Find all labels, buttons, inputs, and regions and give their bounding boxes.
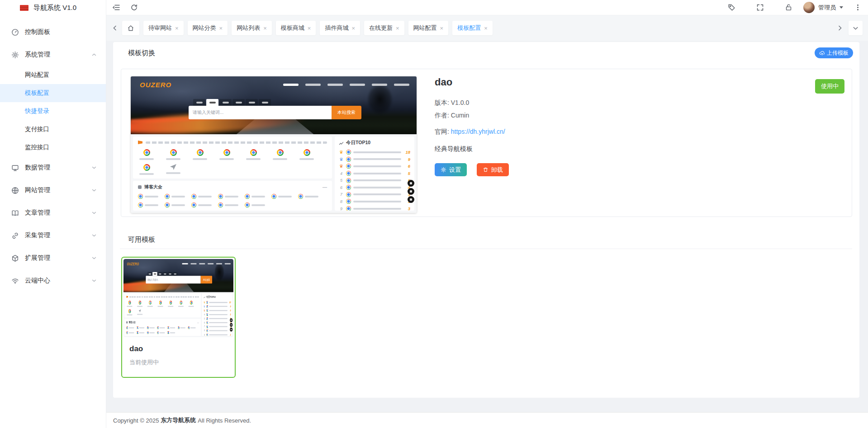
gear-icon	[11, 51, 19, 59]
preview-top10-row: 64	[339, 184, 410, 191]
tab-online-update[interactable]: 在线更新×	[364, 21, 404, 35]
chevron-down-icon	[853, 25, 859, 31]
chevron-down-icon	[91, 233, 97, 238]
current-template-card: OUZERO 请输入关键词... 本站搜索	[121, 69, 852, 217]
uninstall-button[interactable]: 卸载	[477, 163, 509, 176]
preview-blog-item	[165, 202, 185, 207]
rank-label: 5	[339, 178, 344, 183]
close-icon[interactable]: ×	[440, 25, 444, 31]
chrome-icon	[277, 149, 284, 156]
chrome-icon	[218, 202, 223, 207]
sidebar-item-dashboard[interactable]: 控制面板	[0, 21, 106, 43]
chrome-icon	[346, 164, 351, 169]
rank-label: 1	[339, 150, 344, 155]
preview-search-tabs	[193, 99, 361, 106]
sidebar-item-cloud[interactable]: 云端中心	[0, 269, 106, 292]
close-icon[interactable]: ×	[263, 25, 267, 31]
tab-label: 待审网站	[148, 24, 172, 32]
chrome-icon	[143, 164, 150, 171]
refresh-icon[interactable]	[130, 4, 138, 11]
sidebar-subitem-site-config[interactable]: 网站配置	[0, 66, 106, 84]
sidebar-item-website[interactable]: 网站管理	[0, 179, 106, 202]
visit-count: 6	[403, 164, 410, 169]
sidebar-item-system[interactable]: 系统管理	[0, 43, 106, 66]
close-icon[interactable]: ×	[219, 25, 223, 31]
sidebar-subitem-quick-login[interactable]: 快捷登录	[0, 102, 106, 120]
sidebar-item-extension[interactable]: 扩展管理	[0, 247, 106, 269]
tabs-more-button[interactable]	[849, 21, 863, 35]
sidebar-subitem-monitor-api[interactable]: 监控接口	[0, 138, 106, 156]
chrome-icon	[346, 192, 351, 197]
gauge-icon	[11, 28, 19, 36]
preview-top10-title: 今日TOP10	[206, 295, 216, 299]
preview-top10-panel: 今日TOP10 1182936455564738393	[335, 136, 414, 211]
tab-label: 网站配置	[413, 24, 437, 32]
lock-icon[interactable]	[785, 4, 792, 11]
rank-label: 4	[339, 171, 344, 176]
template-name: dao	[435, 76, 742, 88]
tabs-scroll-left-icon[interactable]	[112, 25, 118, 31]
preview-blog-items	[138, 190, 327, 207]
tab-label: 模板配置	[457, 24, 481, 32]
preview-top10-row: 93	[339, 205, 410, 211]
close-icon[interactable]: ×	[175, 25, 179, 31]
kebab-menu-icon[interactable]	[854, 4, 862, 11]
cloud-upload-icon	[819, 50, 825, 56]
in-use-badge[interactable]: 使用中	[815, 79, 844, 94]
tab-template-config[interactable]: 模板配置×	[452, 21, 493, 35]
tabs-scroll-right-icon[interactable]	[837, 25, 843, 31]
tab-site-categories[interactable]: 网站分类×	[188, 21, 228, 35]
sidebar-item-collect[interactable]: 采集管理	[0, 224, 106, 247]
close-icon[interactable]: ×	[396, 25, 399, 31]
chrome-icon	[165, 194, 170, 199]
sidebar-item-label: 云端中心	[25, 277, 50, 285]
tab-template-store[interactable]: 模板商城×	[276, 21, 316, 35]
template-site: 官网: https://dh.yhrjwl.cn/	[435, 128, 742, 136]
sidebar-subitem-template-config[interactable]: 模板配置	[0, 84, 106, 102]
visit-count: 5	[403, 171, 410, 176]
preview-top10-row: 73	[339, 191, 410, 198]
tab-plugin-store[interactable]: 插件商城×	[320, 21, 360, 35]
sidebar-item-label: 控制面板	[25, 28, 50, 36]
chrome-icon	[245, 202, 250, 207]
tag-icon[interactable]	[728, 4, 735, 11]
sidebar-item-label: 系统管理	[25, 51, 50, 59]
chrome-icon	[138, 202, 143, 207]
sidebar-item-data[interactable]: 数据管理	[0, 156, 106, 179]
available-template-card[interactable]: OUZERO 请输入关键词... 本站搜索	[121, 257, 236, 378]
preview-blog-item	[218, 194, 238, 199]
preview-blog-panel: 博客大全—	[133, 181, 332, 211]
preview-blog-item	[245, 194, 265, 199]
preview-search-button: 本站搜索	[201, 276, 212, 283]
template-preview: OUZERO 请输入关键词... 本站搜索	[131, 76, 417, 213]
sidebar-item-article[interactable]: 文章管理	[0, 202, 106, 224]
section-icon	[138, 185, 142, 189]
tab-site-list[interactable]: 网站列表×	[232, 21, 272, 35]
tab-site-config[interactable]: 网站配置×	[408, 21, 449, 35]
chrome-icon	[346, 178, 351, 183]
tab-pending-sites[interactable]: 待审网站×	[143, 21, 184, 35]
sidebar-item-label: 数据管理	[25, 164, 50, 172]
upload-template-button[interactable]: 上传模板	[815, 47, 853, 58]
visit-count: 9	[403, 157, 410, 162]
preview-site-cell	[272, 149, 288, 160]
preview-sites-panel	[133, 136, 332, 179]
site-label: 官网:	[435, 128, 449, 135]
settings-button[interactable]: 设置	[435, 163, 467, 176]
user-menu[interactable]: 管理员	[803, 2, 843, 13]
box-icon	[11, 254, 19, 262]
close-icon[interactable]: ×	[308, 25, 311, 31]
fullscreen-icon[interactable]	[756, 4, 764, 11]
template-site-link[interactable]: https://dh.yhrjwl.cn/	[451, 128, 505, 135]
chevron-down-icon	[91, 278, 97, 283]
close-icon[interactable]: ×	[351, 25, 355, 31]
chevron-down-icon	[91, 210, 97, 216]
sidebar-subitem-payment-api[interactable]: 支付接口	[0, 120, 106, 138]
preview-top10-row: 45	[339, 170, 410, 177]
home-icon	[127, 24, 134, 32]
close-icon[interactable]: ×	[484, 25, 488, 31]
chevron-down-icon	[91, 255, 97, 261]
preview-blog-item	[298, 194, 318, 199]
tab-home[interactable]	[122, 21, 139, 35]
collapse-sidebar-icon[interactable]	[113, 4, 120, 11]
